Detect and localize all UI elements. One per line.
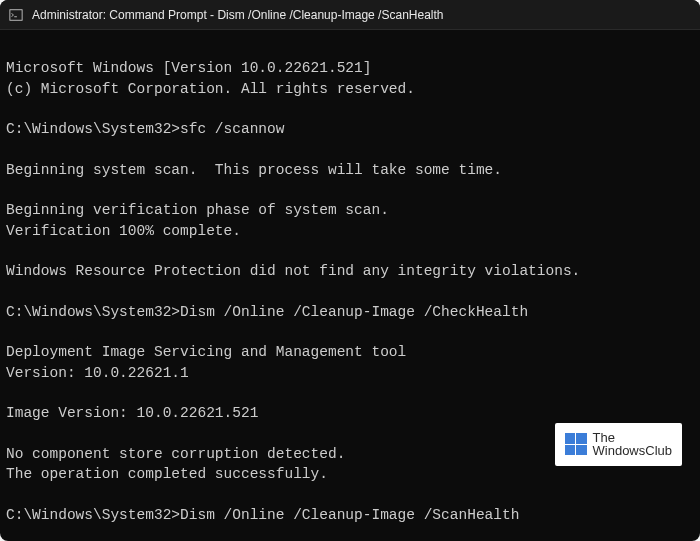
- titlebar[interactable]: Administrator: Command Prompt - Dism /On…: [0, 0, 700, 30]
- output-line: [6, 139, 694, 159]
- prompt-command: Dism /Online /Cleanup-Image /CheckHealth: [180, 304, 528, 320]
- windows-logo-icon: [565, 433, 587, 455]
- watermark: The WindowsClub: [555, 423, 682, 466]
- output-line: Beginning verification phase of system s…: [6, 200, 694, 220]
- watermark-line1: The: [593, 431, 672, 445]
- prompt-command: sfc /scannow: [180, 121, 284, 137]
- prompt-command: Dism /Online /Cleanup-Image /ScanHealth: [180, 507, 519, 523]
- output-line: Verification 100% complete.: [6, 221, 694, 241]
- output-line: The operation completed successfully.: [6, 464, 694, 484]
- output-line: Windows Resource Protection did not find…: [6, 261, 694, 281]
- output-line: Version: 10.0.22621.1: [6, 363, 694, 383]
- window-title: Administrator: Command Prompt - Dism /On…: [32, 8, 444, 22]
- output-line: [6, 322, 694, 342]
- output-line: [6, 525, 694, 541]
- output-line: Beginning system scan. This process will…: [6, 160, 694, 180]
- output-line: [6, 99, 694, 119]
- output-line: [6, 180, 694, 200]
- output-line: [6, 282, 694, 302]
- prompt-line: C:\Windows\System32>sfc /scannow: [6, 119, 694, 139]
- output-line: [6, 241, 694, 261]
- prompt-path: C:\Windows\System32>: [6, 121, 180, 137]
- output-line: (c) Microsoft Corporation. All rights re…: [6, 79, 694, 99]
- output-line: Image Version: 10.0.22621.521: [6, 403, 694, 423]
- output-line: [6, 383, 694, 403]
- svg-rect-0: [10, 9, 22, 20]
- watermark-text: The WindowsClub: [593, 431, 672, 458]
- output-line: [6, 485, 694, 505]
- prompt-line: C:\Windows\System32>Dism /Online /Cleanu…: [6, 302, 694, 322]
- prompt-path: C:\Windows\System32>: [6, 304, 180, 320]
- command-prompt-icon: [8, 7, 24, 23]
- output-line: Microsoft Windows [Version 10.0.22621.52…: [6, 58, 694, 78]
- prompt-path: C:\Windows\System32>: [6, 507, 180, 523]
- watermark-line2: WindowsClub: [593, 444, 672, 458]
- prompt-line: C:\Windows\System32>Dism /Online /Cleanu…: [6, 505, 694, 525]
- output-line: Deployment Image Servicing and Managemen…: [6, 342, 694, 362]
